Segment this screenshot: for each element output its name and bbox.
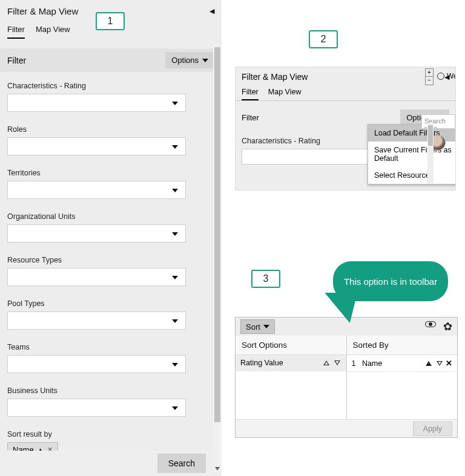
sort-options-header: Sort Options xyxy=(236,336,346,355)
step-badge-3: 3 xyxy=(251,270,280,288)
search-button[interactable]: Search xyxy=(157,454,206,473)
step-badge-1: 1 xyxy=(96,12,125,30)
sort-panel: Sort ✿ Sort Options Rating Value Sorted … xyxy=(235,317,458,438)
zoom-toggle[interactable]: + − xyxy=(425,68,434,85)
resource-types-dropdown[interactable] xyxy=(7,268,186,286)
field-label-resource-types: Resource Types xyxy=(7,256,214,264)
sort-result-label: Sort result by xyxy=(7,430,214,439)
sort-index: 1 xyxy=(352,359,356,368)
scroll-down-icon[interactable] xyxy=(215,467,220,471)
panel2-scroll-thumb[interactable] xyxy=(428,125,433,146)
clock-icon xyxy=(437,73,444,80)
field-label-teams: Teams xyxy=(7,343,214,351)
options-button[interactable]: Options xyxy=(165,52,214,68)
tab-filter[interactable]: Filter xyxy=(242,88,259,100)
filter-section-label: Filter xyxy=(242,113,259,122)
sort-button[interactable]: Sort xyxy=(240,319,275,334)
field-label-business-units: Business Units xyxy=(7,386,214,395)
filter-panel-options-open: Filter & Map View ◀ Filter Map View Filt… xyxy=(235,67,456,191)
territories-dropdown[interactable] xyxy=(7,181,186,199)
menu-select-resources[interactable]: Select Resources xyxy=(368,167,456,184)
filter-section-label: Filter xyxy=(7,56,26,65)
options-dropdown-menu: Load Default Filters Save Current Filter… xyxy=(368,124,456,184)
search-resources-input[interactable]: Search reso xyxy=(421,114,455,129)
sort-asc-icon[interactable] xyxy=(426,361,432,366)
org-units-dropdown[interactable] xyxy=(7,224,186,243)
panel2-scrollbar[interactable] xyxy=(427,123,434,183)
collapse-left-icon[interactable]: ◀ xyxy=(209,7,214,15)
panel-title: Filter & Map View xyxy=(7,6,78,16)
field-label-characteristics-rating: Characteristics - Rating xyxy=(7,82,214,90)
sort-desc-icon[interactable] xyxy=(437,361,443,366)
sort-option-rating-value[interactable]: Rating Value xyxy=(236,355,346,371)
caret-down-icon xyxy=(202,59,208,62)
sort-desc-icon[interactable] xyxy=(334,360,340,365)
sort-asc-icon[interactable] xyxy=(323,360,329,365)
roles-dropdown[interactable] xyxy=(7,137,186,155)
eye-icon[interactable] xyxy=(425,321,436,327)
gear-icon[interactable]: ✿ xyxy=(443,321,452,332)
sorted-by-header: Sorted By xyxy=(347,336,458,355)
business-units-dropdown[interactable] xyxy=(7,399,186,417)
apply-button[interactable]: Apply xyxy=(413,422,452,436)
tab-filter[interactable]: Filter xyxy=(7,25,25,39)
tab-map-view[interactable]: Map View xyxy=(268,88,302,100)
filter-panel: Filter & Map View ◀ Filter Map View Filt… xyxy=(0,0,222,476)
step-badge-2: 2 xyxy=(309,30,338,48)
callout-bubble: This option is in toolbar xyxy=(333,261,448,301)
panel2-title: Filter & Map View xyxy=(242,72,308,82)
field-label-pool-types: Pool Types xyxy=(7,299,214,308)
sorted-by-row-name[interactable]: 1 Name ✕ xyxy=(347,355,458,372)
tab-map-view[interactable]: Map View xyxy=(36,25,70,39)
teams-dropdown[interactable] xyxy=(7,355,186,373)
field-label-territories: Territories xyxy=(7,169,214,177)
pool-types-dropdown[interactable] xyxy=(7,311,186,330)
zoom-out-icon[interactable]: − xyxy=(426,77,433,84)
field-label-org-units: Organizational Units xyxy=(7,212,214,221)
week-indicator: We xyxy=(437,72,456,80)
caret-down-icon xyxy=(263,325,269,328)
remove-sort-icon[interactable]: ✕ xyxy=(446,359,452,368)
characteristics-rating-dropdown[interactable] xyxy=(7,94,186,112)
field-label-roles: Roles xyxy=(7,125,214,134)
characteristics-rating-dropdown[interactable] xyxy=(242,149,369,165)
zoom-in-icon[interactable]: + xyxy=(426,69,433,77)
